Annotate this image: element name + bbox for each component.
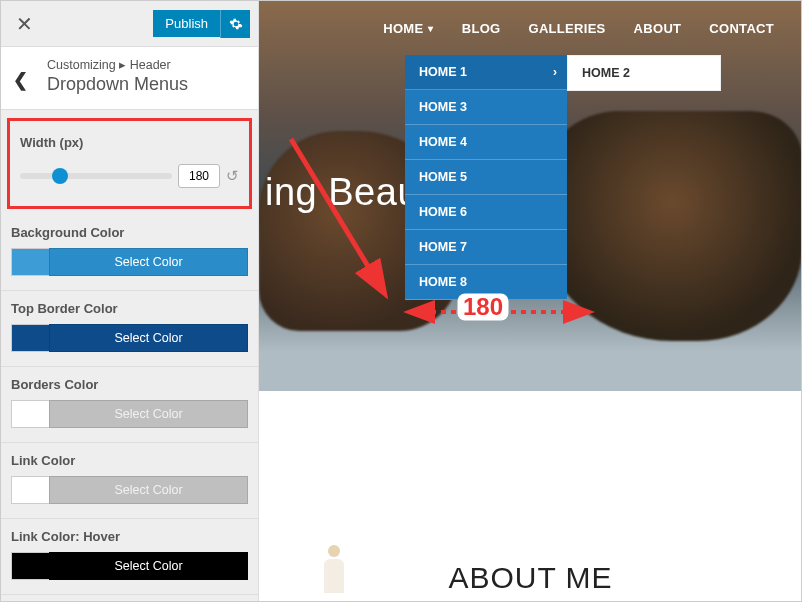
top-border-select-color-button[interactable]: Select Color — [49, 324, 248, 352]
link-color-control: Link Color Select Color — [1, 443, 258, 519]
customizer-panel: ✕ Publish ❮ Customizing ▸ Header Dropdow… — [1, 1, 259, 601]
dropdown-item[interactable]: HOME 3 — [405, 90, 567, 125]
dropdown-item[interactable]: HOME 4 — [405, 125, 567, 160]
borders-swatch[interactable] — [11, 400, 49, 428]
link-color-swatch[interactable] — [11, 476, 49, 504]
reset-icon[interactable]: ↺ — [226, 167, 239, 185]
panel-title: Dropdown Menus — [47, 74, 246, 95]
bg-color-label: Background Color — [11, 225, 248, 240]
dropdown-item[interactable]: HOME 1 › HOME 2 — [405, 55, 567, 90]
bg-color-control: Background Color Select Color — [1, 215, 258, 291]
borders-label: Borders Color — [11, 377, 248, 392]
link-color-label: Link Color — [11, 453, 248, 468]
publish-button[interactable]: Publish — [153, 10, 220, 37]
annotation-width-value: 180 — [459, 295, 507, 319]
nav-contact[interactable]: CONTACT — [709, 21, 774, 36]
panel-top-bar: ✕ Publish — [1, 1, 258, 47]
chevron-down-icon: ▾ — [428, 23, 433, 34]
link-hover-color-control: Link Color: Hover Select Color — [1, 519, 258, 595]
top-border-label: Top Border Color — [11, 301, 248, 316]
close-icon[interactable]: ✕ — [1, 1, 47, 47]
publish-group: Publish — [153, 10, 250, 38]
link-bg-hover-control: Link Background: Hover Select Color — [1, 595, 258, 602]
top-nav: HOME▾ BLOG GALLERIES ABOUT CONTACT — [259, 1, 802, 55]
link-hover-label: Link Color: Hover — [11, 529, 248, 544]
breadcrumb-path: Customizing ▸ Header — [47, 57, 246, 72]
svg-line-0 — [291, 139, 383, 291]
width-input[interactable] — [178, 164, 220, 188]
dropdown-item[interactable]: HOME 6 — [405, 195, 567, 230]
slider-thumb[interactable] — [52, 168, 68, 184]
subject-figure — [319, 545, 349, 595]
link-select-color-button[interactable]: Select Color — [49, 476, 248, 504]
dropdown-item[interactable]: HOME 5 — [405, 160, 567, 195]
bg-select-color-button[interactable]: Select Color — [49, 248, 248, 276]
dropdown-menu: HOME 1 › HOME 2 HOME 3 HOME 4 HOME 5 HOM… — [405, 55, 567, 300]
top-border-swatch[interactable] — [11, 324, 49, 352]
link-hover-select-color-button[interactable]: Select Color — [49, 552, 248, 580]
controls-stack: Width (px) ↺ Background Color Select Col… — [1, 118, 258, 602]
bg-color-swatch[interactable] — [11, 248, 49, 276]
width-control: Width (px) ↺ — [7, 118, 252, 209]
hero-section: HOME▾ BLOG GALLERIES ABOUT CONTACT HOME … — [259, 1, 802, 391]
borders-select-color-button[interactable]: Select Color — [49, 400, 248, 428]
breadcrumb: ❮ Customizing ▸ Header Dropdown Menus — [1, 47, 258, 110]
top-border-color-control: Top Border Color Select Color — [1, 291, 258, 367]
content-section: ABOUT ME — [259, 391, 802, 595]
dropdown-item[interactable]: HOME 7 — [405, 230, 567, 265]
nav-blog[interactable]: BLOG — [462, 21, 501, 36]
gear-icon[interactable] — [220, 10, 250, 38]
preview-frame: HOME▾ BLOG GALLERIES ABOUT CONTACT HOME … — [259, 1, 802, 601]
borders-color-control: Borders Color Select Color — [1, 367, 258, 443]
width-slider[interactable] — [20, 173, 172, 179]
nav-home[interactable]: HOME▾ — [383, 21, 434, 36]
link-hover-swatch[interactable] — [11, 552, 49, 580]
width-label: Width (px) — [20, 135, 239, 150]
dropdown-flyout-item[interactable]: HOME 2 — [567, 55, 721, 91]
annotation-arrow-diag — [283, 131, 403, 301]
nav-about[interactable]: ABOUT — [634, 21, 682, 36]
nav-galleries[interactable]: GALLERIES — [528, 21, 605, 36]
back-chevron-icon[interactable]: ❮ — [13, 69, 28, 91]
chevron-right-icon: › — [553, 65, 557, 79]
